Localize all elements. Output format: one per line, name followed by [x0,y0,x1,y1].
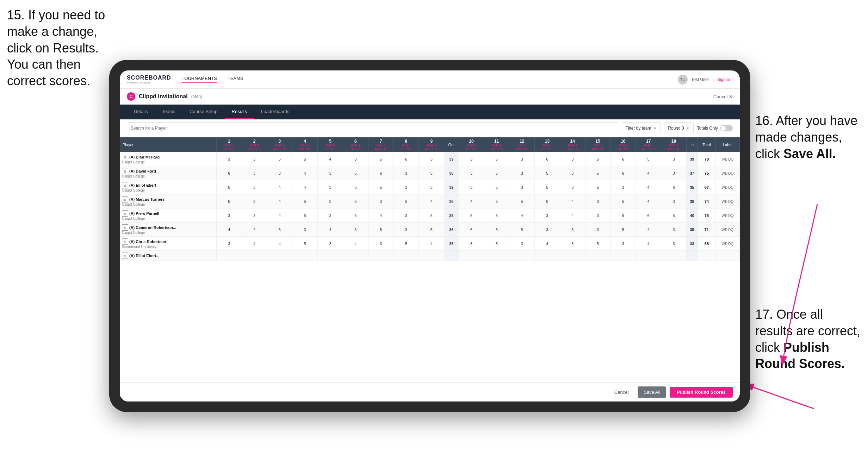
score-hole-5[interactable]: 3 [318,208,343,223]
score-hole-13[interactable]: 5 [535,166,560,180]
score-hole-11[interactable]: 5 [484,166,509,180]
score-hole-1[interactable]: 4 [216,223,242,237]
score-hole-10[interactable]: 3 [459,166,484,180]
score-hole-1[interactable] [216,251,242,261]
score-hole-3[interactable]: 3 [267,166,292,180]
score-hole-9[interactable]: 5 [419,208,444,223]
totals-toggle-switch[interactable] [720,125,733,131]
round-dropdown[interactable]: Round 3 ▼ [664,122,693,134]
search-input[interactable] [127,122,618,134]
score-hole-8[interactable]: 3 [393,166,419,180]
dq-button[interactable]: DQ [728,172,733,175]
score-hole-11[interactable]: 5 [484,180,509,194]
score-hole-18[interactable]: 3 [661,237,687,251]
score-hole-4[interactable]: 4 [292,166,318,180]
score-hole-15[interactable] [585,251,610,261]
sign-out-link[interactable]: Sign out [717,77,733,82]
score-hole-5[interactable]: 4 [318,223,343,237]
score-hole-4[interactable]: 5 [292,208,318,223]
score-hole-17[interactable]: 4 [636,166,661,180]
score-hole-16[interactable]: 5 [610,223,636,237]
score-hole-11[interactable]: 5 [484,152,509,166]
score-hole-18[interactable]: 3 [661,152,687,166]
score-hole-18[interactable] [661,251,687,261]
score-hole-10[interactable]: 3 [459,237,484,251]
score-hole-12[interactable]: 3 [509,166,535,180]
score-hole-12[interactable]: 5 [509,223,535,237]
dq-button[interactable]: DQ [728,214,733,218]
tab-results[interactable]: Results [225,105,254,119]
score-hole-18[interactable]: 3 [661,166,687,180]
score-hole-6[interactable]: 3 [343,180,368,194]
score-hole-13[interactable] [535,251,560,261]
score-hole-10[interactable]: 6 [459,223,484,237]
score-hole-5[interactable]: 3 [318,237,343,251]
score-hole-10[interactable]: 4 [459,194,484,208]
score-hole-8[interactable]: 5 [393,194,419,208]
wd-button[interactable]: WD [722,172,728,175]
score-hole-7[interactable]: 5 [368,152,393,166]
dq-button[interactable]: DQ [728,242,733,246]
score-hole-3[interactable]: 4 [267,180,292,194]
score-hole-2[interactable]: 4 [242,237,267,251]
save-all-button[interactable]: Save All [638,386,666,398]
score-hole-6[interactable]: 5 [343,194,368,208]
score-hole-1[interactable]: 3 [216,208,242,223]
score-hole-10[interactable] [459,251,484,261]
score-hole-1[interactable]: 3 [216,152,242,166]
score-hole-4[interactable]: 3 [292,223,318,237]
score-hole-5[interactable]: 3 [318,180,343,194]
nav-tournaments[interactable]: TOURNAMENTS [182,76,217,83]
score-hole-18[interactable]: 3 [661,194,687,208]
score-hole-11[interactable]: 3 [484,223,509,237]
score-hole-11[interactable] [484,251,509,261]
score-hole-3[interactable] [267,251,292,261]
wd-button[interactable]: WD [722,242,728,246]
score-hole-17[interactable]: 4 [636,194,661,208]
score-hole-12[interactable]: 3 [509,237,535,251]
wd-button[interactable]: WD [722,186,728,189]
score-hole-16[interactable]: 3 [610,180,636,194]
score-hole-6[interactable]: 5 [343,208,368,223]
score-hole-4[interactable]: 5 [292,152,318,166]
tab-course-setup[interactable]: Course Setup [182,105,225,119]
score-hole-8[interactable]: 3 [393,208,419,223]
score-hole-15[interactable]: 3 [585,194,610,208]
score-hole-17[interactable]: 6 [636,208,661,223]
score-hole-7[interactable]: 3 [368,237,393,251]
score-hole-2[interactable]: 3 [242,208,267,223]
dq-button[interactable]: DQ [728,186,733,189]
score-hole-8[interactable]: 3 [393,180,419,194]
score-hole-6[interactable]: 4 [343,237,368,251]
score-hole-18[interactable]: 6 [661,180,687,194]
score-hole-2[interactable]: 4 [242,223,267,237]
score-hole-12[interactable]: 5 [509,194,535,208]
score-hole-9[interactable] [419,251,444,261]
score-hole-8[interactable]: 3 [393,223,419,237]
score-hole-1[interactable]: 6 [216,166,242,180]
score-hole-4[interactable] [292,251,318,261]
score-hole-17[interactable]: 5 [636,152,661,166]
score-hole-14[interactable]: 3 [560,237,585,251]
score-hole-15[interactable]: 5 [585,180,610,194]
score-hole-7[interactable]: 5 [368,180,393,194]
score-hole-11[interactable]: 5 [484,194,509,208]
score-hole-5[interactable]: 3 [318,194,343,208]
score-hole-9[interactable]: 5 [419,166,444,180]
score-hole-14[interactable]: 3 [560,152,585,166]
score-hole-17[interactable] [636,251,661,261]
score-hole-9[interactable]: 5 [419,223,444,237]
cancel-button[interactable]: Cancel [609,387,634,398]
score-hole-12[interactable]: 4 [509,208,535,223]
score-hole-10[interactable]: 3 [459,152,484,166]
score-hole-13[interactable]: 3 [535,208,560,223]
scores-table-container[interactable]: Player 1PAR 4370 YDS 2PAR 5511 YDS 3PAR … [120,137,740,382]
score-hole-14[interactable]: 4 [560,194,585,208]
wd-button[interactable]: WD [722,228,728,232]
score-hole-3[interactable]: 4 [267,237,292,251]
score-hole-15[interactable]: 5 [585,166,610,180]
score-hole-7[interactable]: 3 [368,194,393,208]
score-hole-1[interactable]: 3 [216,237,242,251]
score-hole-13[interactable]: 3 [535,223,560,237]
score-hole-4[interactable]: 5 [292,194,318,208]
